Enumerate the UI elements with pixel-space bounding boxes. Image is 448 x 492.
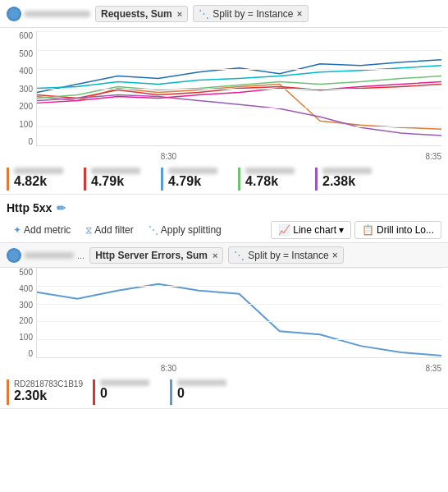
section2-header: Http 5xx ✏ [0, 195, 448, 218]
chart1-yaxis: 600 500 400 300 200 100 0 [7, 31, 36, 146]
grid-line [37, 89, 441, 90]
grid-line [37, 126, 441, 127]
metric-selector-2[interactable]: ... [7, 248, 85, 263]
legend2-cards: RD2818783C1B19 2.30k 0 0 [0, 376, 448, 409]
chart1-container: 600 500 400 300 200 100 0 [7, 31, 441, 163]
requests-label: Requests, Sum [101, 8, 172, 20]
chart1-xaxis: 8:30 8:35 [36, 150, 441, 163]
chart2-svg [37, 268, 441, 357]
chart2-xaxis: 8:30 8:35 [36, 362, 441, 375]
chart2-plot [36, 268, 441, 358]
grid-line [37, 50, 441, 51]
grid-line [37, 339, 441, 340]
legend-card-2c[interactable]: 0 [170, 379, 244, 405]
drill-into-icon: 📋 [362, 224, 374, 236]
grid-line [37, 108, 441, 108]
chart1-plot [36, 31, 441, 146]
requests-pill[interactable]: Requests, Sum × [95, 6, 188, 22]
line-chart-icon: 📈 [278, 224, 290, 236]
legend1-cards: 4.82k 4.79k 4.79k 4.78k 2.38k [0, 164, 448, 195]
chart2-section: 500 400 300 200 100 0 8:30 8:35 [0, 268, 448, 375]
metric-selector[interactable] [7, 7, 90, 21]
split-icon-2: ⋱ [234, 249, 245, 261]
add-metric-icon: ✦ [13, 224, 21, 236]
metric-toolbar: ✦ Add metric ⧖ Add filter ⋱ Apply splitt… [0, 218, 448, 243]
requests-close[interactable]: × [177, 9, 182, 19]
apply-splitting-label: Apply splitting [161, 224, 222, 236]
server-errors-close[interactable]: × [213, 251, 217, 260]
add-filter-icon: ⧖ [85, 224, 92, 236]
resource-name-blurred-2 [25, 252, 74, 259]
grid-line [37, 69, 441, 70]
globe-icon [7, 7, 21, 21]
right-tools: 📈 Line chart ▾ 📋 Drill into Lo... [271, 221, 441, 239]
legend-card-2b[interactable]: 0 [93, 379, 167, 405]
globe-icon-2 [7, 248, 21, 263]
edit-icon[interactable]: ✏ [57, 202, 66, 214]
apply-splitting-icon: ⋱ [149, 224, 158, 236]
chart2-yaxis: 500 400 300 200 100 0 [7, 268, 36, 358]
split-label-1: Split by = Instance [213, 8, 293, 20]
legend-card[interactable]: 4.82k [7, 168, 80, 191]
line-chart-label: Line chart [293, 224, 336, 236]
chart2-container: 500 400 300 200 100 0 8:30 8:35 [7, 268, 441, 375]
add-filter-label: Add filter [94, 224, 133, 236]
grid-line [37, 31, 441, 32]
drill-into-button[interactable]: 📋 Drill into Lo... [354, 221, 441, 239]
grid-line [37, 321, 441, 322]
add-filter-button[interactable]: ⧖ Add filter [79, 222, 139, 238]
drill-into-label: Drill into Lo... [377, 224, 434, 236]
section2-title: Http 5xx [7, 201, 52, 214]
split-instance-pill-1[interactable]: ⋱ Split by = Instance × [193, 5, 308, 22]
legend-card[interactable]: 4.78k [238, 168, 312, 191]
grid-line [37, 268, 441, 269]
add-metric-label: Add metric [24, 224, 71, 236]
server-errors-label: Http Server Errors, Sum [95, 250, 208, 261]
toolbar2: ... Http Server Errors, Sum × ⋱ Split by… [0, 243, 448, 268]
legend-card[interactable]: 4.79k [84, 168, 158, 191]
apply-splitting-button[interactable]: ⋱ Apply splitting [142, 222, 228, 238]
grid-line [37, 286, 441, 287]
legend-card[interactable]: 2.38k [315, 168, 389, 191]
split-label-2: Split by = Instance [248, 250, 328, 261]
server-errors-pill[interactable]: Http Server Errors, Sum × [89, 247, 223, 264]
grid-line [37, 304, 441, 305]
top-toolbar: Requests, Sum × ⋱ Split by = Instance × [0, 0, 448, 28]
legend-card[interactable]: 4.79k [161, 168, 235, 191]
resource-name-blurred [25, 11, 90, 17]
chevron-down-icon: ▾ [339, 224, 344, 236]
split-close-2[interactable]: × [332, 250, 338, 261]
split-icon-1: ⋱ [199, 7, 209, 20]
add-metric-button[interactable]: ✦ Add metric [7, 222, 77, 238]
legend-card-2a[interactable]: RD2818783C1B19 2.30k [7, 379, 89, 405]
split-instance-pill-2[interactable]: ⋱ Split by = Instance × [228, 246, 343, 264]
line-chart-button[interactable]: 📈 Line chart ▾ [271, 221, 351, 239]
split-close-1[interactable]: × [297, 8, 303, 20]
chart1-section: 600 500 400 300 200 100 0 [0, 28, 448, 163]
